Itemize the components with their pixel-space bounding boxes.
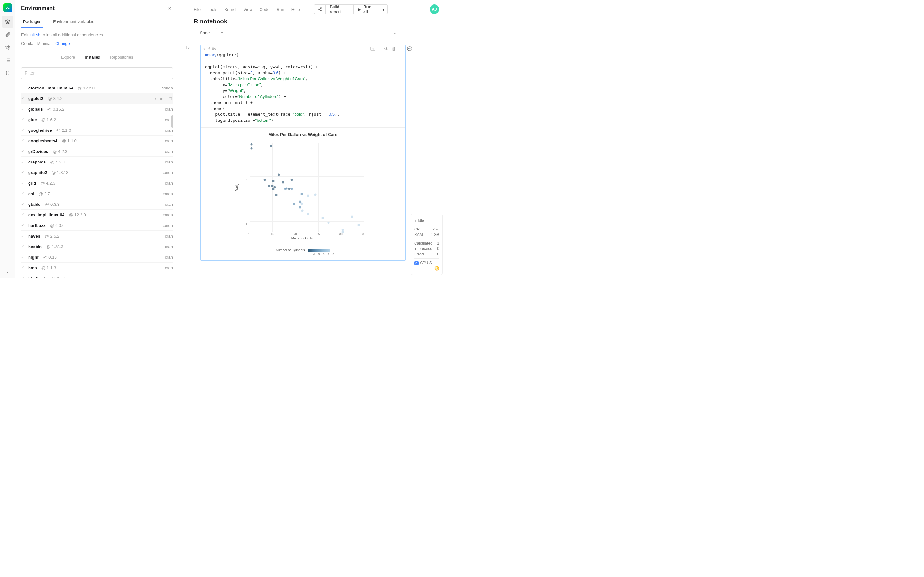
package-name: googledrive <box>28 128 52 133</box>
init-sh-link[interactable]: init.sh <box>29 32 40 37</box>
menu-help[interactable]: Help <box>291 7 300 12</box>
tab-packages[interactable]: Packages <box>21 16 43 28</box>
comment-icon[interactable]: 💬 <box>407 47 412 51</box>
data-point <box>293 203 295 205</box>
scrollbar-thumb[interactable] <box>171 115 173 127</box>
run-all-button[interactable]: ▶Run all <box>354 5 380 14</box>
sidebar-icon-environment[interactable] <box>2 16 13 27</box>
scatter-plot: Weight Miles per Gallon 1015202530352345 <box>239 139 367 248</box>
x-tick: 15 <box>271 232 274 235</box>
y-tick: 5 <box>246 155 247 159</box>
top-menu: FileToolsKernelViewCodeRunHelp Build rep… <box>179 0 446 16</box>
data-point <box>250 147 252 149</box>
cell-time: 0.0s <box>208 47 216 51</box>
menu-kernel[interactable]: Kernel <box>224 7 236 12</box>
package-name: hms <box>28 266 37 270</box>
app-logo[interactable]: DL <box>3 3 12 12</box>
add-cell-icon[interactable]: + <box>379 47 381 51</box>
conda-line: Conda - Minimal - Change <box>15 39 179 50</box>
package-repo: cran <box>165 202 173 207</box>
package-name: globals <box>28 107 43 111</box>
package-repo: cran <box>165 181 173 185</box>
sidebar-icon-attachments[interactable] <box>2 29 13 40</box>
avatar[interactable]: AJ <box>430 5 439 14</box>
package-row[interactable]: ✓ globals @ 0.16.2 cran <box>21 104 173 114</box>
svg-point-4 <box>320 10 321 11</box>
package-row[interactable]: ✓ gtable @ 0.3.3 cran <box>21 199 173 210</box>
change-env-link[interactable]: Change <box>55 41 70 46</box>
add-sheet-button[interactable]: + <box>217 27 227 37</box>
subtab-repositories[interactable]: Repositories <box>109 52 134 63</box>
package-version: @ 1.3.13 <box>52 170 69 175</box>
package-row[interactable]: ✓ gsl @ 2.7 conda <box>21 189 173 199</box>
filter-input[interactable] <box>21 67 173 79</box>
x-tick: 35 <box>362 232 365 235</box>
package-repo: cran <box>165 107 173 111</box>
trash-icon[interactable]: 🗑 <box>169 96 173 101</box>
edit-hint: Edit init.sh to install additional depen… <box>15 28 179 39</box>
tab-env-variables[interactable]: Environment variables <box>51 16 96 27</box>
package-row[interactable]: ✓ gxx_impl_linux-64 @ 12.2.0 conda <box>21 210 173 220</box>
package-name: gsl <box>28 191 34 196</box>
package-version: @ 2.1.0 <box>57 128 71 133</box>
package-row[interactable]: ✓ haven @ 2.5.2 cran <box>21 231 173 242</box>
code-cell[interactable]: ▷ 0.0s AI + 👁 🗑 ⋯ 💬 library(ggplot2) ggp… <box>200 45 405 261</box>
sidebar-icon-more[interactable]: ⋯ <box>2 267 13 278</box>
package-version: @ 4.2.3 <box>41 181 55 185</box>
build-report-button[interactable]: Build report <box>325 5 354 14</box>
package-row[interactable]: ✓ highr @ 0.10 cran <box>21 252 173 263</box>
data-point <box>351 216 353 218</box>
ai-icon[interactable]: AI <box>370 47 376 51</box>
package-name: gtable <box>28 202 40 207</box>
delete-cell-icon[interactable]: 🗑 <box>392 47 396 51</box>
svg-rect-0 <box>6 46 9 49</box>
cell-more-icon[interactable]: ⋯ <box>399 47 403 51</box>
package-row[interactable]: ✓ grid @ 4.2.3 cran <box>21 178 173 189</box>
subtab-explore[interactable]: Explore <box>60 52 76 63</box>
package-repo: cran <box>165 128 173 133</box>
package-row[interactable]: ✓ googledrive @ 2.1.0 cran <box>21 125 173 135</box>
run-cell-icon[interactable]: ▷ <box>203 47 206 51</box>
sheets-dropdown-icon[interactable]: ⌄ <box>393 30 397 35</box>
check-icon: ✓ <box>21 191 25 196</box>
package-row[interactable]: ✓ ggplot2 @ 3.4.2 cran 🗑 <box>21 93 173 104</box>
package-list[interactable]: ✓ gfortran_impl_linux-64 @ 12.2.0 conda … <box>15 83 179 278</box>
menu-view[interactable]: View <box>244 7 252 12</box>
data-point <box>307 213 309 215</box>
package-row[interactable]: ✓ graphics @ 4.2.3 cran <box>21 157 173 167</box>
package-name: hexbin <box>28 244 42 249</box>
menu-file[interactable]: File <box>194 7 200 12</box>
close-icon[interactable]: ✕ <box>166 5 173 11</box>
sidebar-icon-variables[interactable] <box>2 67 13 79</box>
package-row[interactable]: ✓ googlesheets4 @ 1.1.0 cran <box>21 135 173 146</box>
sidebar-icon-compute[interactable] <box>2 42 13 53</box>
package-row[interactable]: ✓ hexbin @ 1.28.3 cran <box>21 242 173 252</box>
run-dropdown[interactable]: ▾ <box>380 5 388 14</box>
panel-title: Environment <box>21 5 55 11</box>
package-row[interactable]: ✓ grDevices @ 4.2.3 cran <box>21 146 173 157</box>
code-editor[interactable]: library(ggplot2) ggplot(mtcars, aes(x=mp… <box>200 52 405 127</box>
x-tick: 25 <box>317 232 320 235</box>
package-row[interactable]: ✓ graphite2 @ 1.3.13 conda <box>21 167 173 178</box>
menu-code[interactable]: Code <box>260 7 270 12</box>
package-row[interactable]: ✓ glue @ 1.6.2 cran <box>21 114 173 125</box>
package-version: @ 0.3.3 <box>45 202 60 207</box>
share-button[interactable] <box>314 5 325 14</box>
menu-run[interactable]: Run <box>276 7 284 12</box>
package-row[interactable]: ✓ htmltools @ 0.5.5 cran <box>21 273 173 278</box>
sheet-tab[interactable]: Sheet <box>194 27 217 38</box>
package-version: @ 4.2.3 <box>50 160 65 164</box>
package-row[interactable]: ✓ harfbuzz @ 6.0.0 conda <box>21 220 173 231</box>
subtab-installed[interactable]: Installed <box>83 52 102 63</box>
package-repo: cran <box>165 266 173 270</box>
cell-view-icon[interactable]: 👁 <box>384 47 389 51</box>
package-repo: cran <box>165 276 173 279</box>
check-icon: ✓ <box>21 213 25 217</box>
menu-tools[interactable]: Tools <box>208 7 217 12</box>
legend-tick: 6 <box>323 253 325 256</box>
package-row[interactable]: ✓ hms @ 1.1.3 cran <box>21 263 173 273</box>
package-repo: cran <box>165 139 173 143</box>
package-row[interactable]: ✓ gfortran_impl_linux-64 @ 12.2.0 conda <box>21 83 173 93</box>
package-name: grDevices <box>28 149 48 154</box>
sidebar-icon-outline[interactable] <box>2 55 13 66</box>
